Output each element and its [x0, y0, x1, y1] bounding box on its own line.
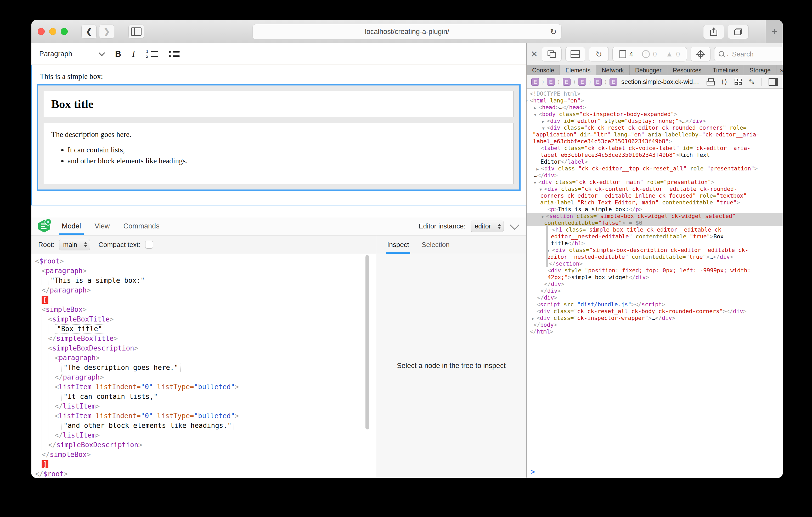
source-line[interactable]: <!DOCTYPE html>: [527, 90, 783, 97]
italic-button[interactable]: I: [132, 49, 135, 59]
source-line[interactable]: ▼<html lang="en">: [527, 97, 783, 104]
address-bar[interactable]: localhost/creating-a-plugin/ ↻: [253, 24, 561, 39]
simple-box-title[interactable]: Box title: [44, 91, 514, 117]
close-devtools-button[interactable]: ✕: [531, 49, 538, 59]
quick-console[interactable]: >: [527, 466, 783, 478]
devtools-tab-console[interactable]: Console: [527, 65, 560, 75]
inspector-tab-model[interactable]: Model: [61, 217, 82, 235]
source-line[interactable]: label_e63cbbfece34c53ce23501062343f49b8"…: [527, 138, 783, 145]
devtools-tab-debugger[interactable]: Debugger: [630, 65, 667, 75]
tree-line[interactable]: "This is a simple box:": [35, 276, 376, 285]
tab-overview-button[interactable]: [728, 25, 749, 39]
sidebar-button[interactable]: [128, 25, 144, 39]
source-line[interactable]: ▶<div id="editor" style="display: none;"…: [527, 118, 783, 124]
root-select[interactable]: main: [59, 239, 90, 250]
tree-line[interactable]: </listItem>: [35, 430, 376, 440]
source-line[interactable]: </html>: [527, 328, 783, 335]
tree-line[interactable]: "The description goes here.": [35, 363, 376, 372]
tree-line[interactable]: </$root>: [35, 469, 376, 478]
back-button[interactable]: ❮: [81, 25, 96, 39]
tree-line[interactable]: ]: [35, 459, 376, 469]
devtools-tab-network[interactable]: Network: [596, 65, 630, 75]
rich-text-editor[interactable]: This is a simple box: Box title The desc…: [31, 65, 526, 206]
dock-bottom-button[interactable]: [566, 47, 585, 61]
list-item[interactable]: It can contain lists,: [67, 146, 506, 154]
more-tabs-button[interactable]: »: [776, 65, 783, 75]
source-line[interactable]: ▶<head>…</head>: [527, 104, 783, 111]
disclosure-open-icon[interactable]: ▼: [531, 179, 539, 186]
bold-button[interactable]: B: [115, 49, 121, 59]
source-line[interactable]: ▼<div class="ck ck-content ck-editor__ed…: [527, 186, 783, 192]
element-badge[interactable]: E: [547, 78, 555, 86]
source-line[interactable]: label_e63cbbfece34c53ce23501062343f49b8"…: [527, 152, 783, 158]
tree-line[interactable]: <simpleBoxDescription>: [35, 343, 376, 353]
tree-line[interactable]: <paragraph>: [35, 353, 376, 363]
source-line[interactable]: ▶<div class="ck-inspector-wrapper">…</di…: [527, 315, 783, 322]
element-badge[interactable]: E: [563, 78, 571, 86]
simple-box-description[interactable]: The description goes here. It can contai…: [44, 123, 514, 184]
collapse-inspector-icon[interactable]: [510, 220, 520, 230]
disclosure-open-icon[interactable]: ▼: [527, 98, 530, 104]
new-tab-button[interactable]: +: [766, 20, 783, 43]
devtools-search-field[interactable]: ⌄ Search: [715, 47, 783, 61]
tree-line[interactable]: <paragraph>: [35, 266, 376, 276]
tree-line[interactable]: <simpleBoxTitle>: [35, 314, 376, 324]
disclosure-closed-icon[interactable]: ▶: [545, 247, 552, 254]
inspector-tab-commands[interactable]: Commands: [122, 217, 161, 235]
disclosure-closed-icon[interactable]: ▶: [540, 118, 547, 125]
tree-line[interactable]: <listItem listIndent="0" listType="bulle…: [35, 411, 376, 421]
issues-summary[interactable]: 4 ! 0 ▲ 0: [613, 47, 687, 61]
print-icon[interactable]: [706, 79, 715, 85]
details-sidebar-icon[interactable]: [768, 78, 778, 86]
reload-page-button[interactable]: ↻: [589, 47, 608, 61]
intro-paragraph[interactable]: This is a simple box:: [40, 72, 521, 81]
element-badge[interactable]: E: [610, 78, 617, 86]
source-line[interactable]: aria-label="Rich Text Editor, main" cont…: [527, 199, 783, 206]
tree-line[interactable]: </paragraph>: [35, 372, 376, 382]
bulleted-list-button[interactable]: [169, 51, 180, 57]
source-line[interactable]: <div class="ck ck-reset_all ck-body ck-r…: [527, 308, 783, 315]
compact-text-checkbox[interactable]: [145, 241, 153, 249]
tree-line[interactable]: "Box title": [35, 324, 376, 334]
devtools-tab-resources[interactable]: Resources: [667, 65, 707, 75]
source-line[interactable]: </div>: [527, 294, 783, 301]
source-line[interactable]: ▼<body class="ck-inspector-body-expanded…: [527, 111, 783, 118]
source-line[interactable]: corners ck-editor__editable_inline ck-fo…: [527, 192, 783, 199]
source-code-icon[interactable]: ⟨⟩: [721, 78, 727, 86]
source-line[interactable]: ▼<div class="ck ck-editor__main" role="p…: [527, 179, 783, 186]
source-line[interactable]: ▼<section class="simple-box ck-widget ck…: [527, 213, 783, 219]
source-line[interactable]: editor__nested-editable" contenteditable…: [527, 253, 783, 260]
element-picker-button[interactable]: [691, 47, 710, 61]
forward-button[interactable]: ❯: [99, 25, 114, 39]
source-line[interactable]: ▼<div class="ck ck-reset ck-editor ck-ro…: [527, 124, 783, 131]
styles-brush-icon[interactable]: ✎: [749, 78, 755, 86]
side-tab-inspect[interactable]: Inspect: [387, 236, 409, 254]
minimize-window-button[interactable]: [49, 28, 56, 35]
inspector-tab-view[interactable]: View: [94, 217, 111, 235]
element-badge[interactable]: E: [531, 78, 539, 86]
disclosure-closed-icon[interactable]: ▶: [532, 104, 539, 111]
source-line[interactable]: ▶<div class="ck ck-editor__top ck-reset_…: [527, 165, 783, 172]
source-line[interactable]: <h1 class="simple-box-title ck-editor__e…: [527, 226, 783, 233]
tree-line[interactable]: </paragraph>: [35, 285, 376, 295]
source-line[interactable]: "application" dir="ltr" lang="en" aria-l…: [527, 131, 783, 138]
paragraph-dropdown[interactable]: Paragraph: [39, 50, 104, 58]
disclosure-open-icon[interactable]: ▼: [540, 125, 547, 132]
tree-line[interactable]: <listItem listIndent="0" listType="bulle…: [35, 382, 376, 392]
source-line[interactable]: editor__nested-editable" contenteditable…: [527, 233, 783, 240]
source-line[interactable]: …</div>: [527, 172, 783, 179]
disclosure-open-icon[interactable]: ▼: [539, 213, 546, 220]
source-line[interactable]: 42px;">simple box widget</div>: [527, 274, 783, 281]
source-line[interactable]: ▶<div class="simple-box-description ck-e…: [527, 247, 783, 253]
source-line[interactable]: <p>This is a simple box:</p>: [527, 206, 783, 213]
tree-line[interactable]: </simpleBox>: [35, 450, 376, 459]
simple-box-widget[interactable]: Box title The description goes here. It …: [37, 84, 521, 191]
source-line[interactable]: contenteditable="false"> = $0: [527, 219, 783, 226]
source-line[interactable]: Editor</label>: [527, 158, 783, 165]
close-window-button[interactable]: [38, 28, 45, 35]
source-line[interactable]: <div style="position: fixed; top: 0px; l…: [527, 267, 783, 274]
breadcrumb-current[interactable]: section.simple-box.ck-wid…: [621, 78, 699, 86]
list-item[interactable]: and other block elements like headings.: [67, 157, 506, 165]
source-line[interactable]: title</h1>: [527, 240, 783, 247]
source-line[interactable]: <script src="dist/bundle.js"></script>: [527, 301, 783, 308]
